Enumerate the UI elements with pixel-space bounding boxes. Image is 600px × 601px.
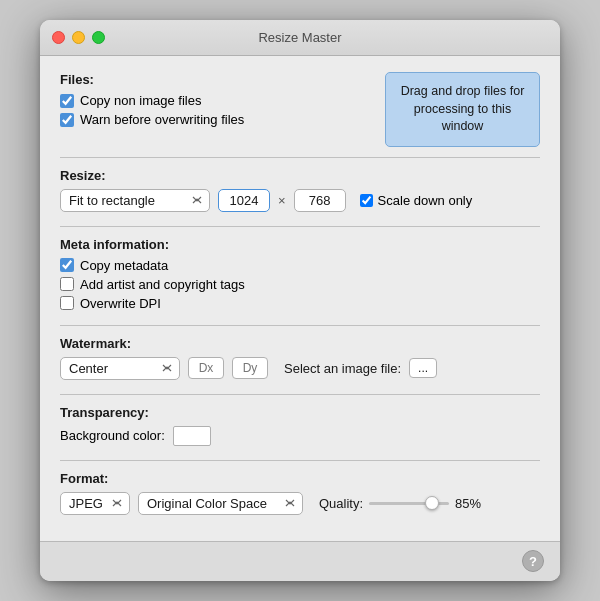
transparency-section: Transparency: Background color: [60, 405, 540, 446]
resize-label: Resize: [60, 168, 540, 183]
watermark-section: Watermark: Center Select an image file: … [60, 336, 540, 380]
resize-mode-select[interactable]: Fit to rectangle [60, 189, 210, 212]
color-space-select[interactable]: Original Color Space [138, 492, 303, 515]
transparency-row: Background color: [60, 426, 540, 446]
warn-overwrite-checkbox[interactable] [60, 113, 74, 127]
scale-down-label: Scale down only [378, 193, 473, 208]
add-artist-label: Add artist and copyright tags [80, 277, 245, 292]
titlebar: Resize Master [40, 20, 560, 56]
format-type-select[interactable]: JPEG [60, 492, 130, 515]
overwrite-dpi-label: Overwrite DPI [80, 296, 161, 311]
quality-slider[interactable] [369, 502, 449, 505]
dy-input[interactable] [232, 357, 268, 379]
height-input[interactable] [294, 189, 346, 212]
width-input[interactable] [218, 189, 270, 212]
warn-overwrite-label: Warn before overwriting files [80, 112, 244, 127]
add-artist-checkbox[interactable] [60, 277, 74, 291]
help-button[interactable]: ? [522, 550, 544, 572]
color-swatch[interactable] [173, 426, 211, 446]
watermark-row: Center Select an image file: ... [60, 357, 540, 380]
copy-non-image-label: Copy non image files [80, 93, 201, 108]
dx-input[interactable] [188, 357, 224, 379]
watermark-position-select[interactable]: Center [60, 357, 180, 380]
scale-down-row: Scale down only [360, 193, 473, 208]
files-section: Files: Copy non image files Warn before … [60, 72, 540, 147]
quality-row: Quality: 85% [319, 496, 481, 511]
watermark-label: Watermark: [60, 336, 540, 351]
warn-overwrite-row: Warn before overwriting files [60, 112, 244, 127]
app-window: Resize Master Files: Copy non image file… [40, 20, 560, 581]
copy-metadata-checkbox[interactable] [60, 258, 74, 272]
copy-metadata-row: Copy metadata [60, 258, 540, 273]
divider-5 [60, 460, 540, 461]
divider-2 [60, 226, 540, 227]
drag-drop-text: Drag and drop files for processing to th… [401, 84, 525, 133]
meta-label: Meta information: [60, 237, 540, 252]
copy-metadata-label: Copy metadata [80, 258, 168, 273]
divider-1 [60, 157, 540, 158]
copy-non-image-row: Copy non image files [60, 93, 244, 108]
add-artist-row: Add artist and copyright tags [60, 277, 540, 292]
resize-row: Fit to rectangle × Scale down only [60, 189, 540, 212]
traffic-lights [52, 31, 105, 44]
format-section: Format: JPEG Original Color Space Qualit… [60, 471, 540, 515]
divider-4 [60, 394, 540, 395]
footer: ? [40, 541, 560, 581]
x-separator: × [278, 193, 286, 208]
meta-section: Meta information: Copy metadata Add arti… [60, 237, 540, 311]
window-title: Resize Master [258, 30, 341, 45]
scale-down-checkbox[interactable] [360, 194, 373, 207]
drag-drop-box[interactable]: Drag and drop files for processing to th… [385, 72, 540, 147]
copy-non-image-checkbox[interactable] [60, 94, 74, 108]
files-label: Files: [60, 72, 244, 87]
files-checkboxes: Files: Copy non image files Warn before … [60, 72, 244, 131]
close-button[interactable] [52, 31, 65, 44]
transparency-label: Transparency: [60, 405, 540, 420]
minimize-button[interactable] [72, 31, 85, 44]
select-image-label: Select an image file: [284, 361, 401, 376]
main-content: Files: Copy non image files Warn before … [40, 56, 560, 541]
format-row: JPEG Original Color Space Quality: 85% [60, 492, 540, 515]
quality-label: Quality: [319, 496, 363, 511]
overwrite-dpi-checkbox[interactable] [60, 296, 74, 310]
divider-3 [60, 325, 540, 326]
format-label: Format: [60, 471, 540, 486]
bg-color-label: Background color: [60, 428, 165, 443]
browse-button[interactable]: ... [409, 358, 437, 378]
quality-pct: 85% [455, 496, 481, 511]
resize-section: Resize: Fit to rectangle × Scale down on… [60, 168, 540, 212]
maximize-button[interactable] [92, 31, 105, 44]
overwrite-dpi-row: Overwrite DPI [60, 296, 540, 311]
